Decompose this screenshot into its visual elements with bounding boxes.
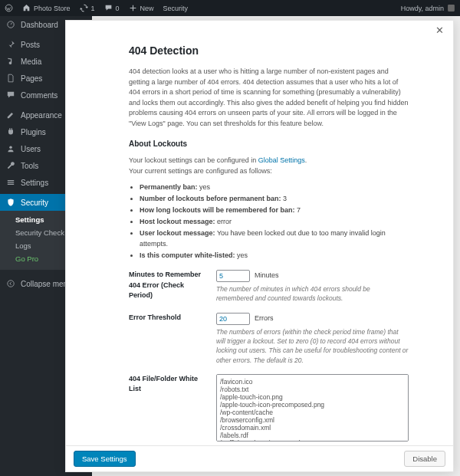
ab-security[interactable]: Security xyxy=(159,0,193,16)
menu-label: Dashboard xyxy=(21,21,58,29)
collapse-icon xyxy=(6,279,15,288)
menu-label: Media xyxy=(21,57,41,66)
whitelist-textarea[interactable] xyxy=(216,374,409,442)
list-item: Permanently ban: yes xyxy=(140,182,409,193)
about-heading: About Lockouts xyxy=(129,138,409,149)
minutes-label: Minutes to Remember 404 Error (Check Per… xyxy=(129,270,202,304)
dialog-intro: 404 detection looks at a user who is hit… xyxy=(129,67,409,129)
menu-label: Pages xyxy=(21,74,42,83)
svg-point-7 xyxy=(8,281,14,287)
pages-icon xyxy=(6,74,15,83)
avatar-icon xyxy=(447,4,455,12)
shield-icon xyxy=(6,198,15,207)
about-line: Your lockout settings can be configured … xyxy=(129,156,409,176)
save-button[interactable]: Save Settings xyxy=(74,451,136,467)
media-icon xyxy=(6,57,15,66)
menu-label: Security xyxy=(21,199,48,207)
settings-dialog: ✕ 404 Detection 404 detection looks at a… xyxy=(65,20,454,472)
appearance-icon xyxy=(6,110,15,120)
threshold-input[interactable] xyxy=(216,313,250,325)
minutes-input[interactable] xyxy=(216,270,250,282)
pin-icon xyxy=(6,40,15,49)
wp-logo[interactable] xyxy=(0,0,18,16)
threshold-label: Error Threshold xyxy=(129,313,202,365)
svg-rect-4 xyxy=(8,180,14,181)
disable-button[interactable]: Disable xyxy=(404,451,445,467)
users-icon xyxy=(6,144,15,153)
dashboard-icon xyxy=(6,20,15,29)
main-region: ✕ 404 Detection 404 detection looks at a… xyxy=(92,16,460,476)
menu-label: Posts xyxy=(21,41,40,49)
threshold-desc: The numbers of errors (within the check … xyxy=(216,327,409,365)
list-item: User lockout message: You have been lock… xyxy=(140,228,409,249)
comments-count[interactable]: 0 xyxy=(100,0,124,16)
comments-icon xyxy=(6,90,15,100)
plugins-icon xyxy=(6,127,15,136)
lockout-summary-list: Permanently ban: yes Number of lockouts … xyxy=(129,182,409,261)
list-item: Host lockout message: error xyxy=(140,217,409,228)
threshold-unit: Errors xyxy=(255,314,274,324)
menu-label: Settings xyxy=(21,179,48,187)
dialog-body: 404 Detection 404 detection looks at a u… xyxy=(66,40,453,445)
list-item: Number of lockouts before permanent ban:… xyxy=(140,194,409,205)
svg-rect-5 xyxy=(8,182,14,182)
field-whitelist: 404 File/Folder White List Use the white… xyxy=(129,374,409,445)
close-button[interactable]: ✕ xyxy=(431,23,449,38)
howdy[interactable]: Howdy, admin xyxy=(396,0,460,16)
tools-icon xyxy=(6,161,15,170)
menu-label: Plugins xyxy=(21,128,46,136)
minutes-unit: Minutes xyxy=(255,271,279,281)
menu-label: Comments xyxy=(21,91,58,100)
whitelist-label: 404 File/Folder White List xyxy=(129,374,202,445)
dialog-footer: Save Settings Disable xyxy=(66,445,453,471)
menu-label: Appearance xyxy=(21,111,62,120)
menu-label: Users xyxy=(21,145,41,153)
global-settings-link[interactable]: Global Settings xyxy=(258,156,305,164)
svg-point-3 xyxy=(9,146,12,149)
svg-rect-6 xyxy=(8,184,14,185)
site-name-text: Photo Store xyxy=(34,5,71,12)
field-minutes: Minutes to Remember 404 Error (Check Per… xyxy=(129,270,409,304)
list-item: Is this computer white-listed: yes xyxy=(140,251,409,261)
new-content[interactable]: New xyxy=(124,0,159,16)
minutes-desc: The number of minutes in which 404 error… xyxy=(216,284,409,304)
dialog-header: ✕ xyxy=(66,21,453,40)
updates[interactable]: 1 xyxy=(75,0,100,16)
dialog-title: 404 Detection xyxy=(129,43,409,59)
menu-label: Tools xyxy=(21,162,38,170)
list-item: How long lockouts will be remembered for… xyxy=(140,205,409,216)
admin-bar: Photo Store 1 0 New Security Howdy, admi… xyxy=(0,0,460,16)
site-name[interactable]: Photo Store xyxy=(18,0,75,16)
field-threshold: Error Threshold Errors The numbers of er… xyxy=(129,313,409,365)
settings-icon xyxy=(6,178,15,187)
svg-rect-1 xyxy=(448,5,455,11)
